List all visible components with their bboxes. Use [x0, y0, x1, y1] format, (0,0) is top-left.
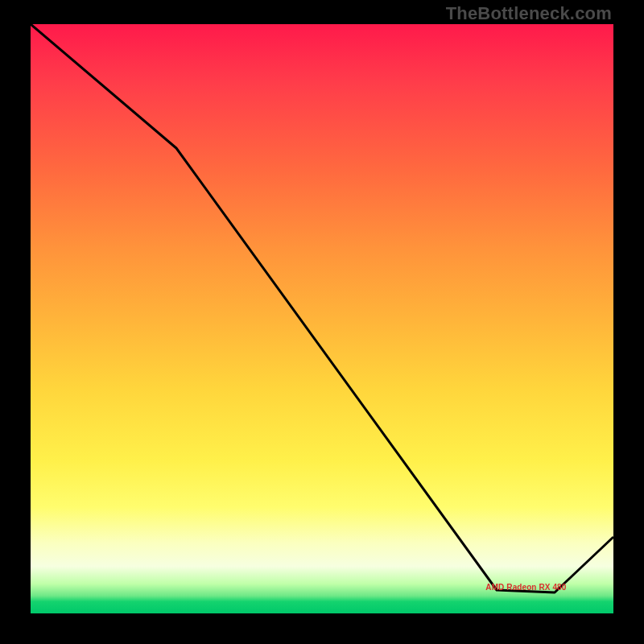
plot-area: AMD Radeon RX 480: [31, 24, 613, 613]
chart-line: [31, 24, 613, 592]
chart-container: TheBottleneck.com AMD Radeon RX 480: [0, 0, 644, 644]
annotation-label: AMD Radeon RX 480: [485, 583, 566, 592]
watermark-text: TheBottleneck.com: [446, 3, 612, 24]
chart-line-svg: [31, 24, 613, 613]
